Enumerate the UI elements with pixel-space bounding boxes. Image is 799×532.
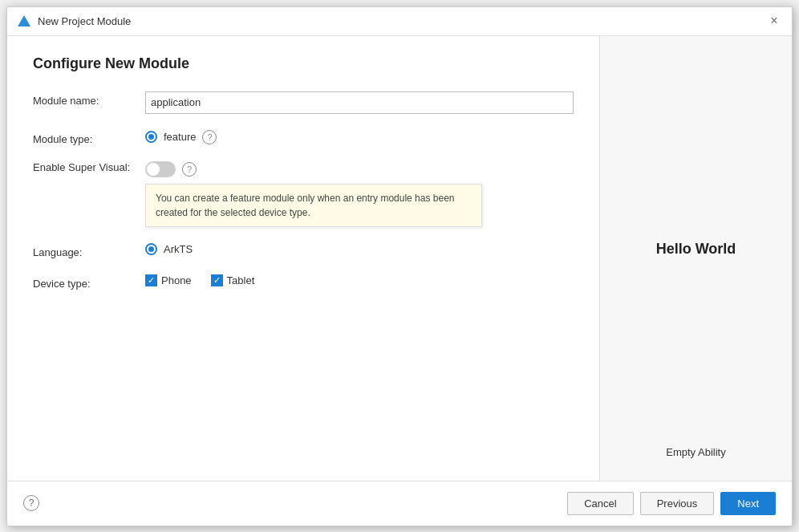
module-name-row: Module name: — [33, 91, 574, 114]
preview-area: Hello World — [608, 52, 784, 446]
left-panel: Configure New Module Module name: Module… — [7, 36, 599, 481]
module-name-control — [145, 91, 574, 114]
tablet-check-mark: ✓ — [213, 276, 221, 285]
tablet-label: Tablet — [227, 274, 255, 286]
close-button[interactable]: × — [766, 13, 782, 29]
module-type-radio-group: feature — [145, 131, 196, 143]
module-type-row: Module type: feature ? — [33, 130, 574, 145]
module-type-control: feature ? — [145, 130, 574, 144]
title-bar-left: New Project Module — [17, 14, 131, 28]
device-type-control: ✓ Phone ✓ Tablet — [145, 274, 574, 286]
device-type-checkbox-group: ✓ Phone ✓ Tablet — [145, 274, 254, 286]
tablet-checkbox-item: ✓ Tablet — [211, 274, 255, 286]
language-label: Language: — [33, 243, 145, 258]
module-type-label: Module type: — [33, 130, 145, 145]
module-name-label: Module name: — [33, 91, 145, 107]
dialog-footer: ? Cancel Previous Next — [7, 481, 792, 526]
module-type-value: feature — [164, 131, 196, 143]
title-bar: New Project Module × — [7, 7, 792, 36]
language-value: ArkTS — [164, 243, 193, 255]
super-visual-tooltip: You can create a feature module only whe… — [145, 184, 482, 227]
hello-world-text: Hello World — [656, 241, 736, 258]
help-button[interactable]: ? — [23, 495, 39, 511]
language-control: ArkTS — [145, 243, 574, 255]
svg-marker-0 — [18, 15, 30, 26]
phone-checkbox-item: ✓ Phone — [145, 274, 192, 286]
footer-left: ? — [23, 495, 39, 511]
app-icon — [17, 14, 31, 28]
enable-super-visual-row: Enable Super Visual: ? You can create a … — [33, 161, 574, 227]
dialog-body: Configure New Module Module name: Module… — [7, 36, 792, 481]
enable-super-visual-top: ? — [145, 161, 482, 177]
device-type-row: Device type: ✓ Phone ✓ — [33, 274, 574, 290]
language-radio-group: ArkTS — [145, 243, 193, 255]
cancel-button[interactable]: Cancel — [567, 492, 633, 515]
phone-checkbox[interactable]: ✓ — [145, 274, 157, 286]
module-name-input[interactable] — [145, 91, 574, 114]
dialog-window: New Project Module × Configure New Modul… — [6, 6, 793, 526]
phone-label: Phone — [161, 274, 192, 286]
empty-ability-label: Empty Ability — [666, 446, 725, 465]
enable-super-visual-content: ? You can create a feature module only w… — [145, 161, 482, 227]
right-panel: Hello World Empty Ability — [599, 36, 792, 481]
tooltip-text: You can create a feature module only whe… — [156, 193, 454, 218]
device-type-label: Device type: — [33, 274, 145, 290]
previous-button[interactable]: Previous — [640, 492, 715, 515]
tablet-checkbox[interactable]: ✓ — [211, 274, 223, 286]
enable-super-visual-label: Enable Super Visual: — [33, 161, 145, 173]
footer-right: Cancel Previous Next — [567, 492, 776, 515]
phone-check-mark: ✓ — [148, 276, 155, 285]
module-type-radio[interactable] — [145, 131, 157, 143]
enable-super-visual-help-icon[interactable]: ? — [182, 162, 197, 177]
language-radio[interactable] — [145, 243, 157, 255]
module-type-help-icon[interactable]: ? — [202, 130, 217, 144]
language-row: Language: ArkTS — [33, 243, 574, 258]
window-title: New Project Module — [38, 15, 131, 27]
section-title: Configure New Module — [33, 55, 574, 72]
enable-super-visual-toggle[interactable] — [145, 161, 176, 177]
next-button[interactable]: Next — [720, 492, 776, 515]
